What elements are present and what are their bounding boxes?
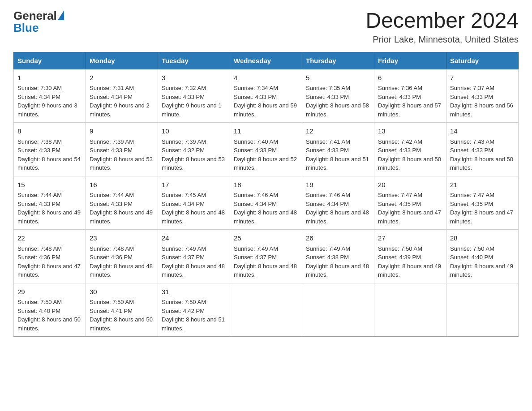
day-info: Sunrise: 7:48 AMSunset: 4:36 PMDaylight:…	[90, 244, 154, 279]
day-info: Sunrise: 7:41 AMSunset: 4:33 PMDaylight:…	[306, 137, 370, 172]
day-number: 14	[450, 126, 515, 137]
calendar-cell: 8Sunrise: 7:38 AMSunset: 4:33 PMDaylight…	[14, 123, 86, 176]
day-info: Sunrise: 7:50 AMSunset: 4:40 PMDaylight:…	[450, 244, 515, 279]
day-number: 26	[306, 233, 370, 244]
weekday-header-tuesday: Tuesday	[158, 52, 230, 69]
day-info: Sunrise: 7:46 AMSunset: 4:34 PMDaylight:…	[234, 191, 298, 226]
weekday-header-friday: Friday	[374, 52, 446, 69]
day-number: 30	[90, 287, 154, 297]
day-info: Sunrise: 7:49 AMSunset: 4:37 PMDaylight:…	[162, 244, 226, 279]
day-info: Sunrise: 7:50 AMSunset: 4:39 PMDaylight:…	[378, 244, 442, 279]
day-number: 20	[378, 180, 442, 190]
day-info: Sunrise: 7:30 AMSunset: 4:34 PMDaylight:…	[17, 84, 82, 119]
main-title: December 2024	[365, 9, 519, 33]
weekday-header-row: SundayMondayTuesdayWednesdayThursdayFrid…	[14, 52, 519, 69]
day-info: Sunrise: 7:50 AMSunset: 4:41 PMDaylight:…	[90, 298, 154, 333]
calendar-cell: 17Sunrise: 7:45 AMSunset: 4:34 PMDayligh…	[158, 176, 230, 230]
calendar-cell: 18Sunrise: 7:46 AMSunset: 4:34 PMDayligh…	[230, 176, 302, 230]
logo: General Blue	[13, 9, 64, 35]
weekday-header-sunday: Sunday	[14, 52, 86, 69]
day-info: Sunrise: 7:46 AMSunset: 4:34 PMDaylight:…	[306, 191, 370, 226]
day-info: Sunrise: 7:50 AMSunset: 4:40 PMDaylight:…	[17, 298, 82, 333]
calendar-cell	[446, 283, 519, 337]
title-section: December 2024 Prior Lake, Minnesota, Uni…	[365, 9, 519, 45]
day-number: 11	[234, 126, 298, 137]
page-header: General Blue December 2024 Prior Lake, M…	[13, 9, 519, 45]
day-number: 23	[90, 233, 154, 244]
day-number: 9	[90, 126, 154, 137]
location-subtitle: Prior Lake, Minnesota, United States	[365, 34, 519, 45]
calendar-cell: 6Sunrise: 7:36 AMSunset: 4:33 PMDaylight…	[374, 69, 446, 123]
calendar-cell: 4Sunrise: 7:34 AMSunset: 4:33 PMDaylight…	[230, 69, 302, 123]
day-number: 28	[450, 233, 515, 244]
day-number: 24	[162, 233, 226, 244]
day-number: 31	[162, 287, 226, 297]
calendar-cell: 28Sunrise: 7:50 AMSunset: 4:40 PMDayligh…	[446, 230, 519, 283]
calendar-cell: 21Sunrise: 7:47 AMSunset: 4:35 PMDayligh…	[446, 176, 519, 230]
logo-blue-text: Blue	[13, 21, 39, 35]
calendar-cell: 10Sunrise: 7:39 AMSunset: 4:32 PMDayligh…	[158, 123, 230, 176]
day-number: 3	[162, 73, 226, 83]
calendar-cell: 1Sunrise: 7:30 AMSunset: 4:34 PMDaylight…	[14, 69, 86, 123]
day-info: Sunrise: 7:48 AMSunset: 4:36 PMDaylight:…	[17, 244, 82, 279]
day-info: Sunrise: 7:47 AMSunset: 4:35 PMDaylight:…	[450, 191, 515, 226]
calendar-cell: 23Sunrise: 7:48 AMSunset: 4:36 PMDayligh…	[86, 230, 158, 283]
calendar-week-row: 29Sunrise: 7:50 AMSunset: 4:40 PMDayligh…	[14, 283, 519, 337]
day-info: Sunrise: 7:32 AMSunset: 4:33 PMDaylight:…	[162, 84, 226, 119]
calendar-cell: 3Sunrise: 7:32 AMSunset: 4:33 PMDaylight…	[158, 69, 230, 123]
calendar-cell: 7Sunrise: 7:37 AMSunset: 4:33 PMDaylight…	[446, 69, 519, 123]
day-number: 25	[234, 233, 298, 244]
calendar-cell: 19Sunrise: 7:46 AMSunset: 4:34 PMDayligh…	[302, 176, 374, 230]
day-info: Sunrise: 7:31 AMSunset: 4:34 PMDaylight:…	[90, 84, 154, 119]
calendar-cell: 9Sunrise: 7:39 AMSunset: 4:33 PMDaylight…	[86, 123, 158, 176]
day-info: Sunrise: 7:34 AMSunset: 4:33 PMDaylight:…	[234, 84, 298, 119]
calendar-cell: 12Sunrise: 7:41 AMSunset: 4:33 PMDayligh…	[302, 123, 374, 176]
calendar-cell	[230, 283, 302, 337]
calendar-cell: 24Sunrise: 7:49 AMSunset: 4:37 PMDayligh…	[158, 230, 230, 283]
day-info: Sunrise: 7:38 AMSunset: 4:33 PMDaylight:…	[17, 137, 82, 172]
calendar-cell: 11Sunrise: 7:40 AMSunset: 4:33 PMDayligh…	[230, 123, 302, 176]
day-number: 22	[17, 233, 82, 244]
day-number: 8	[17, 126, 82, 137]
day-info: Sunrise: 7:43 AMSunset: 4:33 PMDaylight:…	[450, 137, 515, 172]
day-number: 15	[17, 180, 82, 190]
day-number: 12	[306, 126, 370, 137]
day-number: 6	[378, 73, 442, 83]
calendar-cell: 26Sunrise: 7:49 AMSunset: 4:38 PMDayligh…	[302, 230, 374, 283]
day-number: 16	[90, 180, 154, 190]
calendar-cell: 25Sunrise: 7:49 AMSunset: 4:37 PMDayligh…	[230, 230, 302, 283]
day-info: Sunrise: 7:39 AMSunset: 4:33 PMDaylight:…	[90, 137, 154, 172]
day-info: Sunrise: 7:44 AMSunset: 4:33 PMDaylight:…	[90, 191, 154, 226]
day-info: Sunrise: 7:44 AMSunset: 4:33 PMDaylight:…	[17, 191, 82, 226]
day-number: 27	[378, 233, 442, 244]
day-info: Sunrise: 7:40 AMSunset: 4:33 PMDaylight:…	[234, 137, 298, 172]
calendar-cell: 2Sunrise: 7:31 AMSunset: 4:34 PMDaylight…	[86, 69, 158, 123]
day-number: 19	[306, 180, 370, 190]
calendar-cell: 31Sunrise: 7:50 AMSunset: 4:42 PMDayligh…	[158, 283, 230, 337]
calendar-cell: 15Sunrise: 7:44 AMSunset: 4:33 PMDayligh…	[14, 176, 86, 230]
day-number: 7	[450, 73, 515, 83]
day-number: 21	[450, 180, 515, 190]
calendar-week-row: 15Sunrise: 7:44 AMSunset: 4:33 PMDayligh…	[14, 176, 519, 230]
logo-triangle-icon	[58, 10, 64, 20]
weekday-header-wednesday: Wednesday	[230, 52, 302, 69]
day-number: 1	[17, 73, 82, 83]
calendar-cell	[374, 283, 446, 337]
calendar-week-row: 22Sunrise: 7:48 AMSunset: 4:36 PMDayligh…	[14, 230, 519, 283]
calendar-cell: 16Sunrise: 7:44 AMSunset: 4:33 PMDayligh…	[86, 176, 158, 230]
calendar-cell: 27Sunrise: 7:50 AMSunset: 4:39 PMDayligh…	[374, 230, 446, 283]
day-info: Sunrise: 7:50 AMSunset: 4:42 PMDaylight:…	[162, 298, 226, 333]
day-number: 5	[306, 73, 370, 83]
day-number: 4	[234, 73, 298, 83]
calendar-table: SundayMondayTuesdayWednesdayThursdayFrid…	[13, 52, 519, 337]
day-info: Sunrise: 7:35 AMSunset: 4:33 PMDaylight:…	[306, 84, 370, 119]
day-number: 17	[162, 180, 226, 190]
day-number: 2	[90, 73, 154, 83]
day-info: Sunrise: 7:45 AMSunset: 4:34 PMDaylight:…	[162, 191, 226, 226]
day-number: 13	[378, 126, 442, 137]
day-info: Sunrise: 7:39 AMSunset: 4:32 PMDaylight:…	[162, 137, 226, 172]
day-info: Sunrise: 7:49 AMSunset: 4:38 PMDaylight:…	[306, 244, 370, 279]
calendar-cell: 29Sunrise: 7:50 AMSunset: 4:40 PMDayligh…	[14, 283, 86, 337]
calendar-cell: 14Sunrise: 7:43 AMSunset: 4:33 PMDayligh…	[446, 123, 519, 176]
day-info: Sunrise: 7:42 AMSunset: 4:33 PMDaylight:…	[378, 137, 442, 172]
